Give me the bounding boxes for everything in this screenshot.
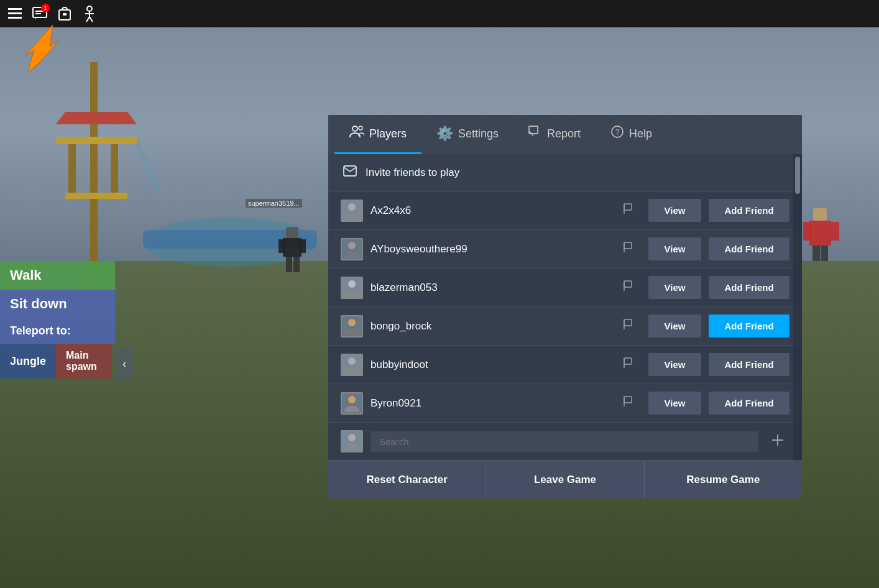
flag-button-0[interactable] bbox=[617, 200, 641, 221]
character-icon[interactable] bbox=[81, 5, 98, 22]
svg-rect-24 bbox=[803, 222, 811, 241]
scrollbar-thumb bbox=[795, 157, 800, 194]
player-row: Ax2x4x6 View Add Friend bbox=[328, 191, 802, 230]
leave-game-button[interactable]: Leave Game bbox=[486, 461, 644, 498]
svg-rect-70 bbox=[624, 397, 632, 403]
svg-rect-5 bbox=[65, 193, 127, 199]
teleport-button[interactable]: Teleport to: bbox=[0, 318, 115, 344]
bottom-buttons: Reset Character Leave Game Resume Game bbox=[328, 461, 802, 498]
player-avatar-2 bbox=[341, 277, 363, 299]
reset-character-button[interactable]: Reset Character bbox=[328, 461, 486, 498]
svg-rect-9 bbox=[286, 227, 298, 238]
players-list: Invite friends to play Ax2x4x6 View Add … bbox=[328, 154, 802, 461]
player-name-3: bongo_brock bbox=[370, 320, 610, 333]
svg-rect-22 bbox=[813, 208, 827, 221]
svg-rect-54 bbox=[624, 242, 632, 249]
chat-badge: 1 bbox=[41, 4, 50, 12]
settings-tab-icon: ⚙️ bbox=[436, 126, 453, 142]
view-button-4[interactable]: View bbox=[648, 353, 701, 376]
main-spawn-button[interactable]: Main spawn bbox=[56, 344, 112, 379]
flag-button-5[interactable] bbox=[617, 392, 641, 414]
svg-rect-50 bbox=[624, 204, 632, 210]
add-friend-button-4[interactable]: Add Friend bbox=[709, 353, 789, 376]
svg-point-36 bbox=[87, 6, 92, 11]
svg-rect-28 bbox=[8, 8, 22, 10]
add-friend-button-1[interactable]: Add Friend bbox=[709, 237, 789, 260]
help-tab-icon: ? bbox=[610, 125, 624, 142]
svg-rect-35 bbox=[63, 13, 67, 16]
main-panel: Players ⚙️ Settings Report ? Help bbox=[328, 115, 802, 498]
scrollbar[interactable] bbox=[793, 154, 802, 461]
svg-rect-14 bbox=[293, 257, 300, 272]
resume-game-button[interactable]: Resume Game bbox=[645, 461, 802, 498]
svg-rect-62 bbox=[624, 319, 632, 326]
flag-button-2[interactable] bbox=[617, 277, 641, 298]
add-friend-button-3[interactable]: Add Friend bbox=[709, 315, 789, 338]
teleport-locations: Jungle Main spawn bbox=[0, 344, 115, 379]
svg-point-53 bbox=[348, 242, 356, 249]
search-flag-button[interactable] bbox=[766, 431, 789, 452]
player-name-5: Byron0921 bbox=[370, 397, 610, 410]
flag-button-1[interactable] bbox=[617, 238, 641, 260]
invite-icon bbox=[343, 165, 357, 180]
tab-report[interactable]: Report bbox=[513, 115, 596, 154]
svg-rect-3 bbox=[68, 144, 76, 194]
view-button-5[interactable]: View bbox=[648, 392, 701, 415]
player-row: blazerman053 View Add Friend bbox=[328, 269, 802, 307]
invite-friends-row[interactable]: Invite friends to play bbox=[328, 154, 802, 191]
svg-line-39 bbox=[86, 17, 90, 22]
top-bar: 1 bbox=[0, 0, 879, 27]
player-row: bongo_brock View Add Friend bbox=[328, 307, 802, 346]
player-row: AYboysweouthere99 View Add Friend bbox=[328, 230, 802, 269]
svg-point-42 bbox=[359, 126, 362, 130]
search-input[interactable] bbox=[370, 431, 758, 452]
player-name-0: Ax2x4x6 bbox=[370, 204, 610, 217]
svg-rect-12 bbox=[300, 239, 306, 253]
player-row: Byron0921 View Add Friend bbox=[328, 384, 802, 423]
player-row: bubbyindoot View Add Friend bbox=[328, 346, 802, 384]
tab-settings[interactable]: ⚙️ Settings bbox=[421, 115, 513, 154]
player-avatar-5 bbox=[341, 392, 363, 415]
player-name-1: AYboysweouthere99 bbox=[370, 243, 610, 255]
svg-point-65 bbox=[348, 357, 356, 365]
player-name-4: bubbyindoot bbox=[370, 359, 610, 371]
svg-rect-27 bbox=[821, 246, 828, 261]
flag-button-4[interactable] bbox=[617, 354, 641, 375]
add-friend-button-5[interactable]: Add Friend bbox=[709, 392, 789, 415]
svg-rect-26 bbox=[812, 246, 820, 261]
flag-button-3[interactable] bbox=[617, 315, 641, 337]
svg-rect-25 bbox=[831, 222, 839, 241]
invite-label: Invite friends to play bbox=[366, 167, 459, 179]
add-friend-button-2[interactable]: Add Friend bbox=[709, 276, 789, 299]
svg-point-57 bbox=[348, 280, 356, 288]
player-character-3 bbox=[802, 205, 839, 261]
view-button-3[interactable]: View bbox=[648, 315, 701, 338]
walk-button[interactable]: Walk bbox=[0, 261, 115, 290]
view-button-0[interactable]: View bbox=[648, 199, 701, 222]
report-tab-icon bbox=[528, 125, 542, 142]
view-button-1[interactable]: View bbox=[648, 237, 701, 260]
svg-line-40 bbox=[90, 17, 93, 22]
svg-rect-58 bbox=[624, 281, 632, 287]
svg-point-49 bbox=[348, 203, 356, 211]
svg-rect-29 bbox=[8, 12, 22, 14]
tab-players[interactable]: Players bbox=[334, 115, 421, 154]
player-name-2: blazerman053 bbox=[370, 282, 610, 294]
tab-settings-label: Settings bbox=[458, 127, 499, 140]
sit-button[interactable]: Sit down bbox=[0, 290, 115, 318]
svg-point-73 bbox=[348, 434, 356, 441]
svg-rect-66 bbox=[624, 358, 632, 364]
tab-help-label: Help bbox=[629, 127, 652, 140]
tab-help[interactable]: ? Help bbox=[596, 115, 667, 154]
player-character-1 bbox=[274, 224, 311, 273]
jungle-button[interactable]: Jungle bbox=[0, 344, 56, 379]
tab-report-label: Report bbox=[547, 127, 581, 140]
collapse-panel-button[interactable]: ‹ bbox=[115, 348, 134, 379]
svg-point-41 bbox=[352, 126, 357, 131]
svg-point-69 bbox=[348, 396, 356, 403]
player-avatar-4 bbox=[341, 354, 363, 376]
svg-rect-10 bbox=[283, 238, 301, 257]
view-button-2[interactable]: View bbox=[648, 276, 701, 299]
player-avatar-3 bbox=[341, 315, 363, 338]
add-friend-button-0[interactable]: Add Friend bbox=[709, 199, 789, 222]
